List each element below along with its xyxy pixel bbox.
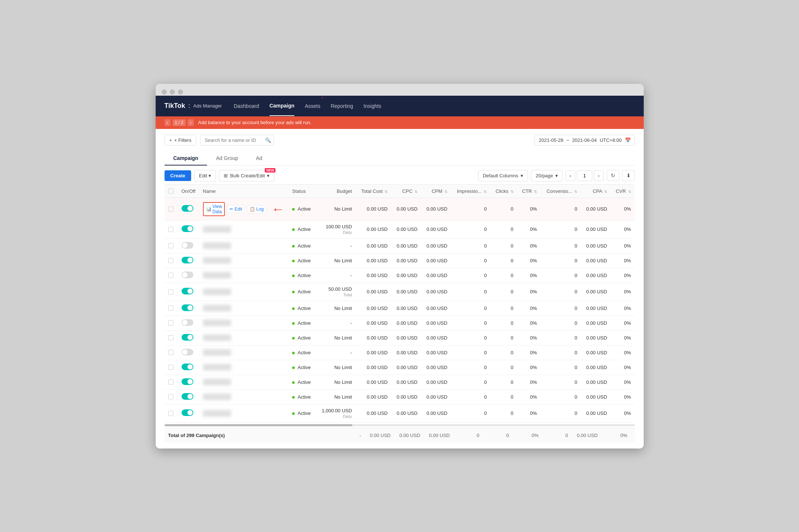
row-checkbox[interactable] [168, 335, 173, 340]
table-cell-cvr: 0% [611, 404, 635, 422]
table-row: Active 100.00 USDDaily 0.00 USD 0.00 USD… [165, 220, 635, 238]
nav-reporting[interactable]: Reporting [331, 96, 353, 116]
table-cell-status: Active [288, 301, 316, 316]
table-cell-total-cost: 0.00 USD [356, 404, 392, 422]
table-cell-budget: No Limit [316, 253, 355, 268]
per-page-button[interactable]: 20/page ▾ [531, 170, 563, 181]
campaign-toggle[interactable] [182, 393, 193, 400]
page-next-button[interactable]: › [594, 170, 603, 181]
row-checkbox[interactable] [168, 365, 173, 370]
refresh-button[interactable]: ↻ [607, 170, 619, 181]
campaign-toggle[interactable] [182, 205, 193, 212]
table-cell-conversions: 0 [541, 375, 581, 389]
row-checkbox[interactable] [168, 289, 173, 294]
table-cell-total-cost: 0.00 USD [356, 316, 392, 330]
table-cell-cpm: 0.00 USD [421, 220, 451, 238]
horizontal-scrollbar[interactable] [165, 424, 635, 426]
filter-button[interactable]: + + Filters [165, 135, 196, 146]
table-cell-budget: 1,000.00 USDDaily [316, 404, 355, 422]
row-checkbox[interactable] [168, 243, 173, 248]
red-arrow: ← [271, 201, 285, 217]
table-cell-budget: - [316, 238, 355, 253]
table-cell-toggle [178, 283, 199, 301]
table-cell-name [199, 220, 289, 238]
campaign-toggle[interactable] [182, 242, 193, 249]
campaign-toggle[interactable] [182, 304, 193, 311]
campaign-toggle[interactable] [182, 319, 193, 326]
table-cell-cpm: 0.00 USD [421, 238, 451, 253]
table-cell-conversions: 0 [541, 316, 581, 330]
columns-button[interactable]: Default Columns ▾ [478, 170, 528, 181]
table-header-row: On/Off Name Status Budget Total Cost ⇅ C… [165, 184, 635, 198]
table-cell-impressions: 0 [451, 375, 491, 389]
bulk-edit-button[interactable]: ⊞ Bulk Create/Edit NEW ▾ [219, 170, 274, 181]
table-cell-ctr: 0% [517, 238, 541, 253]
table-cell-toggle [178, 389, 199, 404]
table-cell-cpa: 0.00 USD [581, 389, 611, 404]
page-prev-button[interactable]: ‹ [566, 170, 575, 181]
table-cell-budget: 100.00 USDDaily [316, 220, 355, 238]
campaign-toggle[interactable] [182, 225, 193, 232]
campaign-name-blurred [203, 272, 231, 279]
table-row: Active - 0.00 USD 0.00 USD 0.00 USD 0 0 … [165, 268, 635, 283]
campaign-toggle[interactable] [182, 349, 193, 355]
campaign-toggle[interactable] [182, 378, 193, 385]
date-range[interactable]: 2021-05-28 ~ 2021-06-04 UTC+8:00 📅 [535, 135, 634, 146]
table-cell-ctr: 0% [517, 198, 541, 220]
table-cell-cpa: 0.00 USD [581, 360, 611, 375]
status-label: Active [298, 335, 311, 341]
table-cell-cvr: 0% [611, 198, 635, 220]
row-checkbox[interactable] [168, 273, 173, 278]
edit-row-button[interactable]: ✏ Edit [227, 205, 245, 213]
table-cell-cpm: 0.00 USD [421, 330, 451, 345]
table-cell-checkbox [165, 301, 178, 316]
nav-campaign[interactable]: Campaign [270, 96, 295, 116]
log-button[interactable]: 📋 Log [247, 205, 266, 213]
row-checkbox[interactable] [168, 411, 173, 416]
alert-next[interactable]: › [188, 119, 194, 126]
row-checkbox[interactable] [168, 258, 173, 263]
status-label: Active [298, 365, 311, 370]
tab-campaign[interactable]: Campaign [165, 151, 207, 166]
create-button[interactable]: Create [165, 170, 191, 181]
row-checkbox[interactable] [168, 306, 173, 311]
nav-insights[interactable]: Insights [363, 96, 381, 116]
campaign-toggle[interactable] [182, 257, 193, 263]
campaign-toggle[interactable] [182, 409, 193, 416]
row-checkbox[interactable] [168, 227, 173, 232]
row-checkbox[interactable] [168, 379, 173, 385]
campaign-toggle[interactable] [182, 288, 193, 294]
header-checkbox[interactable] [168, 188, 173, 194]
edit-button[interactable]: Edit ▾ [194, 170, 216, 181]
campaign-toggle[interactable] [182, 272, 193, 278]
footer-conversions: 0 [542, 433, 572, 438]
nav-assets[interactable]: Assets [305, 96, 320, 116]
th-toggle: On/Off [178, 184, 199, 198]
table-cell-total-cost: 0.00 USD [356, 238, 392, 253]
table-cell-cpa: 0.00 USD [581, 238, 611, 253]
campaign-toggle[interactable] [182, 334, 193, 341]
table-cell-cvr: 0% [611, 375, 635, 389]
alert-prev[interactable]: ‹ [165, 119, 170, 126]
row-checkbox[interactable] [168, 394, 173, 399]
table-cell-cpc: 0.00 USD [391, 389, 421, 404]
row-checkbox[interactable] [168, 207, 173, 212]
row-checkbox[interactable] [168, 320, 173, 325]
nav-dashboard[interactable]: Dashboard [234, 96, 259, 116]
download-button[interactable]: ⬇ [622, 170, 635, 181]
date-sep: ~ [566, 137, 569, 143]
th-clicks: Clicks ⇅ [490, 184, 517, 198]
tab-ad-group[interactable]: Ad Group [207, 151, 247, 166]
table-cell-toggle [178, 375, 199, 389]
table-cell-cpa: 0.00 USD [581, 220, 611, 238]
search-input[interactable] [200, 135, 274, 146]
table-cell-name [199, 316, 289, 330]
status-label: Active [298, 410, 311, 416]
page-input[interactable] [577, 170, 592, 181]
table-cell-cpc: 0.00 USD [391, 253, 421, 268]
tab-ad[interactable]: Ad [247, 151, 271, 166]
view-data-button[interactable]: 📊 View Data [203, 202, 225, 216]
row-checkbox[interactable] [168, 350, 173, 355]
campaign-toggle[interactable] [182, 364, 193, 370]
table-cell-cpc: 0.00 USD [391, 220, 421, 238]
